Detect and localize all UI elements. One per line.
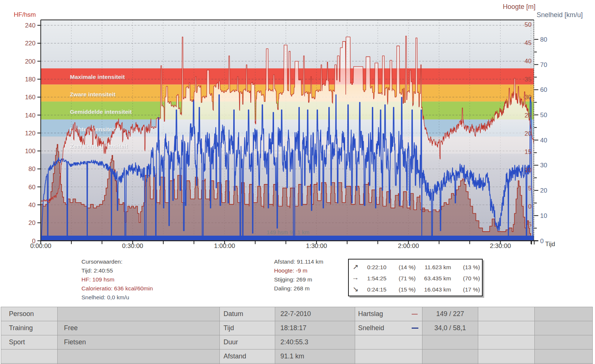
svg-text:1:30:00: 1:30:00 [306, 242, 327, 249]
svg-text:HF/hsm: HF/hsm [14, 11, 36, 18]
svg-text:0:00:00: 0:00:00 [30, 242, 51, 249]
svg-text:1:00:00: 1:00:00 [214, 242, 235, 249]
svg-text:20: 20 [29, 219, 36, 226]
svg-text:240: 240 [25, 22, 35, 29]
svg-text:10: 10 [525, 167, 532, 174]
svg-text:20: 20 [525, 130, 532, 137]
svg-text:50: 50 [540, 112, 547, 119]
svg-text:0: 0 [540, 238, 544, 245]
svg-text:Maximale intensiteit: Maximale intensiteit [70, 74, 125, 80]
svg-text:70: 70 [540, 61, 547, 68]
svg-text:15: 15 [525, 148, 532, 155]
svg-text:2:30:00: 2:30:00 [490, 242, 511, 249]
svg-text:220: 220 [25, 40, 35, 47]
svg-text:100: 100 [25, 148, 35, 155]
svg-text:35: 35 [525, 76, 532, 83]
svg-text:80: 80 [540, 36, 547, 43]
svg-text:Gemiddelde intensiteit: Gemiddelde intensiteit [70, 109, 132, 115]
svg-text:Hoogte [m]: Hoogte [m] [503, 3, 536, 10]
svg-text:2:00:00: 2:00:00 [398, 242, 419, 249]
svg-text:40: 40 [540, 137, 547, 144]
svg-text:60: 60 [29, 184, 36, 191]
svg-text:50: 50 [525, 21, 532, 28]
svg-text:0:30:00: 0:30:00 [122, 242, 143, 249]
svg-text:160: 160 [25, 94, 35, 101]
svg-text:-5: -5 [526, 221, 531, 228]
svg-text:0: 0 [528, 203, 531, 210]
svg-text:30: 30 [540, 162, 547, 169]
svg-text:Zware intensiteit: Zware intensiteit [70, 91, 115, 97]
svg-text:Tijd: Tijd [545, 241, 555, 248]
svg-text:5: 5 [528, 185, 531, 192]
svg-text:40: 40 [29, 202, 36, 209]
svg-text:10: 10 [540, 212, 547, 219]
svg-text:200: 200 [25, 58, 35, 65]
svg-text:20: 20 [540, 187, 547, 194]
svg-text:25: 25 [525, 112, 532, 119]
svg-text:140: 140 [25, 112, 35, 119]
svg-text:30: 30 [525, 94, 532, 101]
svg-text:80: 80 [29, 165, 36, 173]
svg-text:40: 40 [525, 58, 532, 65]
svg-text:Snelheid [km/u]: Snelheid [km/u] [537, 11, 583, 19]
svg-text:45: 45 [525, 39, 532, 46]
svg-text:120: 120 [25, 130, 35, 137]
svg-text:60: 60 [540, 86, 547, 93]
svg-text:180: 180 [25, 76, 35, 83]
svg-text:149 hsm 91.1 km: 149 hsm 91.1 km [267, 229, 309, 235]
